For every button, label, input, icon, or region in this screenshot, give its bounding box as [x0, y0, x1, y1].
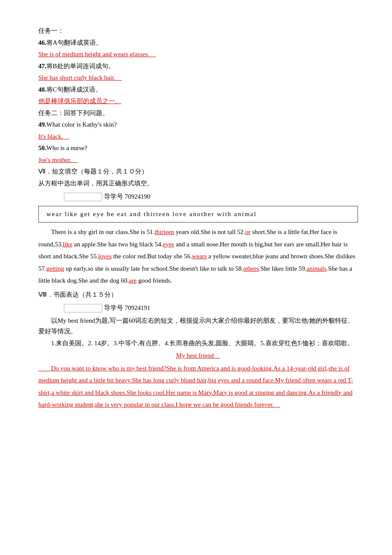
q47-text: 将B处的单词连词成句。	[46, 63, 115, 69]
ans58: others	[243, 265, 259, 272]
q47-answer: She has short curly black hair.	[38, 72, 358, 84]
passage-text: There is a shy girl in our class.She is …	[38, 226, 358, 287]
p1-mid1: years old.She is not tall 52.	[174, 228, 245, 235]
student-id-box2	[64, 304, 102, 312]
q49-row: 49.What color is Kathy's skin?	[38, 119, 358, 130]
student-id-label1: 导学号 70924190	[104, 191, 150, 202]
q47-label: 47.	[38, 63, 46, 69]
ans53: like	[63, 241, 73, 248]
ans56: wears	[192, 253, 207, 260]
q46-text: 将A句翻译成英语。	[46, 39, 102, 46]
ans51: thirteen	[155, 228, 174, 235]
q50-label: 50.	[38, 145, 46, 151]
ans55: loves	[98, 253, 112, 260]
student-id-row1: 导学号 70924190	[64, 191, 358, 202]
page-content: 任务一： 46.将A句翻译成英语。 She is of medium heigh…	[38, 26, 358, 411]
p1-end: good friends.	[137, 277, 172, 284]
essay-title-row: My best friend	[38, 350, 358, 361]
p1-pre: There is a shy girl in our class.She is …	[38, 228, 155, 235]
q48-text: 将C句翻译成汉语。	[46, 86, 102, 93]
ans60: are	[129, 277, 136, 284]
q46-answer: She is of medium height and wears glasse…	[38, 49, 358, 60]
ans59: animals	[307, 265, 327, 272]
essay-body: Do you want to know who is my best frien…	[38, 362, 358, 411]
q49-label: 49.	[38, 121, 46, 128]
task2-label: 任务二：回答下列问题。	[38, 108, 358, 119]
q46-row: 46.将A句翻译成英语。	[38, 38, 358, 49]
ans52: or	[245, 228, 251, 235]
student-id-label2: 导学号 70924191	[104, 303, 150, 314]
q49-text: What color is Kathy's skin?	[46, 121, 117, 128]
essay-instruction1: 以My best friend为题,写一篇60词左右的短文，根据提示向大家介绍你…	[38, 315, 358, 337]
p1-mid3: an apple.She has two big black 54.	[72, 241, 163, 248]
p1-mid5: the color red.But today she 56.	[112, 253, 192, 260]
ans57: getting	[46, 265, 64, 272]
task1-label: 任务一：	[38, 26, 358, 37]
q50-row: 50.Who is a nurse?	[38, 143, 358, 154]
q48-label: 48.	[38, 86, 46, 93]
student-id-row2: 导学号 70924191	[64, 303, 358, 314]
section8-label: Ⅷ．书面表达（共１５分）	[38, 289, 358, 301]
p1-mid7: up early,so she is usually late for scho…	[64, 265, 243, 272]
essay-hints: 1.来自美国。2. 14岁。3.中等个,有点胖。4.长而卷曲的头发,圆脸、大眼睛…	[38, 338, 358, 349]
q48-answer: 他是棒球俱乐部的成员之一。	[38, 96, 358, 107]
section7-sub: 从方框中选出单词，用其正确形式填空。	[38, 178, 358, 189]
q50-answer: Joe's mother.	[38, 155, 358, 166]
student-id-box1	[64, 193, 102, 201]
essay-title: My best friend	[176, 352, 220, 359]
q49-answer: It's black.	[38, 131, 358, 142]
q50-text: Who is a nurse?	[46, 145, 87, 151]
q47-row: 47.将B处的单词连词成句。	[38, 61, 358, 72]
section7-label: Ⅶ．短文填空（每题１分，共１０分）	[38, 166, 358, 177]
word-box: wear like get eye be eat and thirteen lo…	[38, 206, 358, 223]
q46-label: 46.	[38, 39, 46, 46]
ans54: eyes	[163, 241, 174, 248]
p1-mid8: .She likes little 59.	[259, 265, 307, 272]
q48-row: 48.将C句翻译成汉语。	[38, 84, 358, 95]
